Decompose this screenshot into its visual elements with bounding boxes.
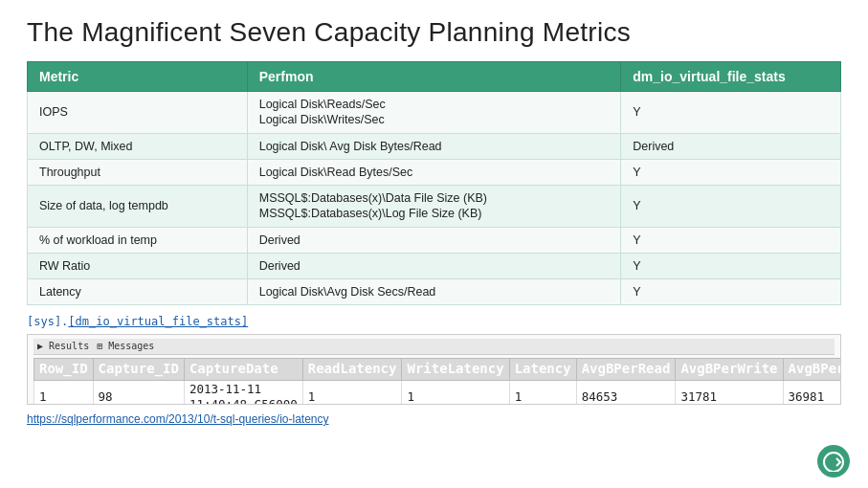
page-title: The Magnificent Seven Capacity Planning … [27,17,841,48]
dm-cell: Y [621,186,841,228]
page-container: The Magnificent Seven Capacity Planning … [0,0,868,488]
metric-cell: IOPS [28,92,248,134]
col-header-metric: Metric [28,62,248,92]
data-table: Row_IDCapture_IDCaptureDateReadLatencyWr… [33,358,841,405]
dm-cell: Y [621,92,841,134]
metric-cell: % of workload in temp [28,227,248,253]
dm-cell: Derived [621,133,841,159]
perfmon-cell: MSSQL$:Databases(x)\Data File Size (KB)M… [247,186,621,228]
table-row: IOPSLogical Disk\Reads/SecLogical Disk\W… [28,92,841,134]
perfmon-cell: Logical Disk\Read Bytes/Sec [247,159,621,185]
data-table-row: 1982013-11-11 11:40:48.C5600011184653317… [34,380,842,405]
perfmon-cell: Logical Disk\ Avg Disk Bytes/Read [247,133,621,159]
metric-cell: RW Ratio [28,253,248,278]
table-row: ThroughputLogical Disk\Read Bytes/SecY [28,159,841,185]
metric-cell: Size of data, log tempdb [28,186,248,228]
logo-icon [817,445,850,477]
table-row: LatencyLogical Disk\Avg Disk Secs/ReadY [28,279,841,305]
toolbar-bar: ▶ Results ⊞ Messages [33,339,835,355]
dm-cell: Y [621,279,841,305]
metrics-table: Metric Perfmon dm_io_virtual_file_stats … [27,61,841,305]
col-header-perfmon: Perfmon [247,62,621,92]
table-row: RW RatioDerivedY [28,253,841,278]
sys-link-text[interactable]: [dm_io_virtual_file_stats] [68,315,248,328]
dm-cell: Y [621,227,841,253]
data-screenshot: ▶ Results ⊞ Messages Row_IDCapture_IDCap… [27,334,841,405]
perfmon-cell: Logical Disk\Reads/SecLogical Disk\Write… [247,92,621,134]
perfmon-cell: Derived [247,227,621,253]
col-header-dm: dm_io_virtual_file_stats [621,62,841,92]
perfmon-cell: Logical Disk\Avg Disk Secs/Read [247,279,621,305]
metric-cell: OLTP, DW, Mixed [28,133,248,159]
metric-cell: Throughput [28,159,248,185]
dm-cell: Y [621,253,841,278]
sys-label: [sys].[dm_io_virtual_file_stats] [27,315,841,328]
url-link[interactable]: https://sqlperformance.com/2013/10/t-sql… [27,412,329,426]
table-row: % of workload in tempDerivedY [28,227,841,253]
dm-cell: Y [621,159,841,185]
table-row: OLTP, DW, MixedLogical Disk\ Avg Disk By… [28,133,841,159]
perfmon-cell: Derived [247,253,621,278]
logo-area [816,444,851,478]
bottom-section: [sys].[dm_io_virtual_file_stats] ▶ Resul… [27,315,841,427]
table-row: Size of data, log tempdbMSSQL$:Databases… [28,186,841,228]
metric-cell: Latency [28,279,248,305]
